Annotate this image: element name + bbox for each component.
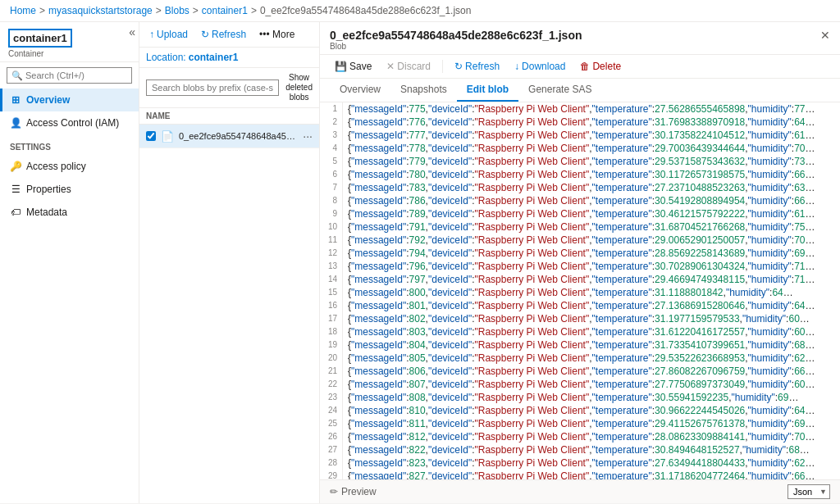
table-row: 22{"messageId":807,"deviceId":"Raspberry… [320, 378, 840, 391]
sidebar-collapse-button[interactable]: « [129, 25, 135, 39]
format-dropdown[interactable]: Json Text XML [788, 484, 830, 499]
download-label: Download [522, 61, 565, 72]
delete-button[interactable]: 🗑 Delete [575, 59, 626, 74]
code-view: 1{"messageId":775,"deviceId":"Raspberry … [320, 102, 840, 479]
breadcrumb-filename: 0_ee2fce9a554748648a45de288e6c623f_1.jso… [260, 5, 472, 16]
tab-generate-sas[interactable]: Generate SAS [518, 79, 601, 102]
table-row: 12{"messageId":794,"deviceId":"Raspberry… [320, 247, 840, 260]
line-number: 23 [320, 391, 343, 404]
save-button[interactable]: 💾 Save [330, 59, 377, 74]
blob-list-item[interactable]: 📄 0_ee2fce9a554748648a45de2... ··· [139, 125, 319, 148]
access-control-icon: 👤 [10, 117, 21, 129]
sidebar-search-input[interactable] [7, 67, 132, 84]
line-number: 11 [320, 234, 343, 247]
sidebar-title: container1 [8, 29, 72, 48]
line-number: 14 [320, 273, 343, 286]
line-content: {"messageId":776,"deviceId":"Raspberry P… [348, 116, 840, 129]
table-row: 23{"messageId":808,"deviceId":"Raspberry… [320, 391, 840, 404]
show-deleted-blobs-button[interactable]: Show deleted blobs [285, 73, 313, 102]
line-content: {"messageId":786,"deviceId":"Raspberry P… [348, 194, 840, 207]
right-panel-subtitle: Blob [330, 42, 582, 51]
left-sidebar: container1 Container « 🔍 ⊞ Overview 👤 Ac… [0, 22, 139, 503]
breadcrumb-storage[interactable]: myasaquickstartstorage [48, 5, 153, 16]
overview-icon: ⊞ [10, 94, 21, 106]
line-number: 7 [320, 181, 343, 194]
line-content: {"messageId":797,"deviceId":"Raspberry P… [348, 273, 840, 286]
metadata-icon: 🏷 [10, 207, 21, 218]
line-number: 5 [320, 155, 343, 168]
discard-icon: ✕ [386, 61, 395, 72]
table-row: 6{"messageId":780,"deviceId":"Raspberry … [320, 168, 840, 181]
tab-overview[interactable]: Overview [330, 79, 390, 102]
more-label: ••• More [259, 29, 294, 40]
location-label: Location: [146, 52, 186, 63]
table-row: 18{"messageId":803,"deviceId":"Raspberry… [320, 325, 840, 338]
sidebar-item-metadata[interactable]: 🏷 Metadata [0, 201, 139, 224]
discard-button[interactable]: ✕ Discard [381, 59, 436, 74]
table-row: 17{"messageId":802,"deviceId":"Raspberry… [320, 312, 840, 325]
breadcrumb-container[interactable]: container1 [202, 5, 248, 16]
table-row: 2{"messageId":776,"deviceId":"Raspberry … [320, 116, 840, 129]
close-button[interactable]: ✕ [820, 29, 830, 42]
sidebar-item-properties[interactable]: ☰ Properties [0, 178, 139, 201]
middle-refresh-button[interactable]: ↻ Refresh [198, 27, 249, 42]
table-row: 28{"messageId":823,"deviceId":"Raspberry… [320, 456, 840, 470]
more-button[interactable]: ••• More [256, 27, 298, 42]
blob-list-header: NAME [139, 108, 319, 125]
line-number: 15 [320, 286, 343, 299]
right-panel-title: 0_ee2fce9a554748648a45de288e6c623f_1.jso… [330, 29, 582, 42]
table-row: 24{"messageId":810,"deviceId":"Raspberry… [320, 404, 840, 417]
table-row: 4{"messageId":778,"deviceId":"Raspberry … [320, 142, 840, 155]
table-row: 10{"messageId":791,"deviceId":"Raspberry… [320, 220, 840, 234]
line-content: {"messageId":804,"deviceId":"Raspberry P… [348, 338, 840, 352]
line-content: {"messageId":778,"deviceId":"Raspberry P… [348, 142, 840, 155]
tab-edit-blob[interactable]: Edit blob [457, 79, 518, 102]
middle-refresh-label: Refresh [212, 29, 246, 40]
toolbar-divider [442, 60, 443, 73]
sidebar-item-overview[interactable]: ⊞ Overview [0, 89, 139, 111]
line-content: {"messageId":823,"deviceId":"Raspberry P… [348, 456, 840, 470]
sidebar-item-access-policy-label: Access policy [26, 161, 86, 172]
line-number: 12 [320, 247, 343, 260]
line-number: 28 [320, 456, 343, 470]
table-row: 20{"messageId":805,"deviceId":"Raspberry… [320, 352, 840, 365]
line-number: 13 [320, 260, 343, 273]
table-row: 14{"messageId":797,"deviceId":"Raspberry… [320, 273, 840, 286]
line-content: {"messageId":822,"deviceId":"Raspberry P… [348, 443, 840, 456]
tab-snapshots[interactable]: Snapshots [390, 79, 457, 102]
breadcrumb-home[interactable]: Home [10, 5, 36, 16]
upload-button[interactable]: ↑ Upload [146, 27, 191, 42]
location-value: container1 [189, 52, 239, 63]
line-number: 3 [320, 129, 343, 142]
table-row: 5{"messageId":779,"deviceId":"Raspberry … [320, 155, 840, 168]
sidebar-item-access-control[interactable]: 👤 Access Control (IAM) [0, 111, 139, 134]
blob-checkbox[interactable] [146, 131, 156, 141]
right-refresh-label: Refresh [465, 61, 500, 72]
line-number: 22 [320, 378, 343, 391]
right-refresh-button[interactable]: ↻ Refresh [450, 59, 504, 74]
table-row: 9{"messageId":789,"deviceId":"Raspberry … [320, 207, 840, 220]
breadcrumb-blobs[interactable]: Blobs [165, 5, 189, 16]
table-row: 3{"messageId":777,"deviceId":"Raspberry … [320, 129, 840, 142]
line-content: {"messageId":779,"deviceId":"Raspberry P… [348, 155, 840, 168]
download-button[interactable]: ↓ Download [509, 59, 570, 74]
sidebar-item-access-label: Access Control (IAM) [26, 117, 119, 129]
right-footer: ✏ Preview Json Text XML ▼ [320, 479, 840, 503]
line-number: 9 [320, 207, 343, 220]
delete-label: Delete [592, 61, 621, 72]
upload-label: Upload [157, 29, 188, 40]
access-policy-icon: 🔑 [10, 161, 21, 172]
blob-context-menu-button[interactable]: ··· [303, 129, 313, 143]
line-content: {"messageId":806,"deviceId":"Raspberry P… [348, 365, 840, 378]
sidebar-item-access-policy[interactable]: 🔑 Access policy [0, 155, 139, 178]
line-content: {"messageId":777,"deviceId":"Raspberry P… [348, 129, 840, 142]
blob-file-icon: 📄 [161, 130, 174, 143]
save-icon: 💾 [335, 61, 347, 72]
table-row: 7{"messageId":783,"deviceId":"Raspberry … [320, 181, 840, 194]
save-label: Save [349, 61, 372, 72]
table-row: 8{"messageId":786,"deviceId":"Raspberry … [320, 194, 840, 207]
right-tabs: Overview Snapshots Edit blob Generate SA… [320, 79, 840, 102]
middle-panel: ↑ Upload ↻ Refresh ••• More Location: co… [139, 22, 320, 503]
blob-search-input[interactable] [146, 79, 279, 96]
preview-pencil-icon: ✏ [330, 486, 338, 497]
